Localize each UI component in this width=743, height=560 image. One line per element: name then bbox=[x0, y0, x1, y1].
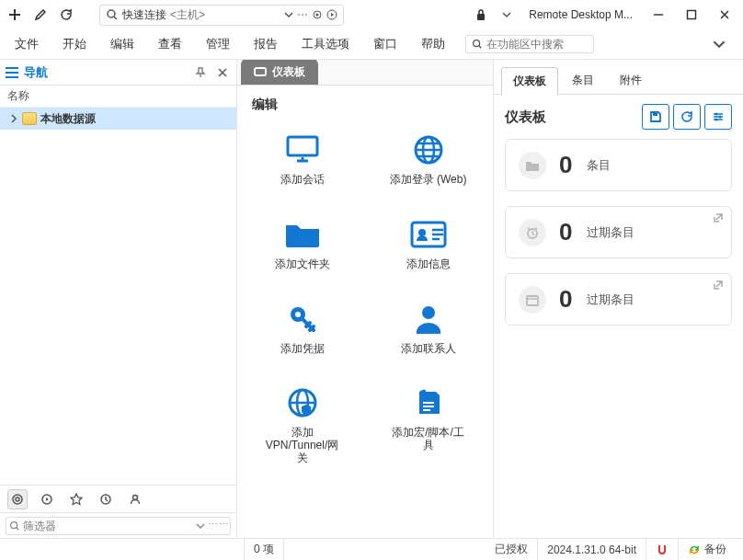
host-input[interactable] bbox=[170, 8, 280, 21]
chevron-down-icon[interactable] bbox=[284, 10, 293, 19]
menu-report[interactable]: 报告 bbox=[250, 32, 281, 56]
svg-point-28 bbox=[715, 113, 718, 116]
chevron-down-icon[interactable] bbox=[196, 521, 205, 531]
tile-label: 添加文件夹 bbox=[275, 258, 330, 271]
nav-title: 导航 bbox=[24, 64, 187, 81]
maximize-button[interactable] bbox=[677, 4, 706, 26]
svg-point-22 bbox=[295, 312, 301, 317]
right-tab-attachments[interactable]: 附件 bbox=[608, 66, 654, 95]
card-count: 0 bbox=[559, 151, 572, 179]
tile-add-contact[interactable]: 添加联系人 bbox=[371, 297, 486, 360]
popout-icon[interactable] bbox=[713, 280, 724, 291]
tile-add-session[interactable]: 添加会话 bbox=[245, 128, 360, 190]
tile-label: 添加宏/脚本/工具 bbox=[387, 427, 470, 452]
popout-icon[interactable] bbox=[713, 212, 724, 223]
menu-tools[interactable]: 工具选项 bbox=[298, 32, 353, 56]
menu-start[interactable]: 开始 bbox=[59, 32, 90, 56]
save-button[interactable] bbox=[642, 104, 669, 130]
tile-add-folder[interactable]: 添加文件夹 bbox=[245, 212, 360, 275]
ribbon-search[interactable] bbox=[465, 35, 594, 53]
tile-add-macro[interactable]: 添加宏/脚本/工具 bbox=[371, 381, 486, 468]
main-area: 导航 名称 本地数据源 ⋯ ⋯ bbox=[0, 59, 743, 538]
edit-icon[interactable] bbox=[29, 4, 51, 26]
menu-view[interactable]: 查看 bbox=[154, 32, 186, 56]
idcard-icon bbox=[410, 216, 447, 253]
tile-grid: 添加会话 添加登录 (Web) 添加文件夹 添加信息 添加凭据 添加联系人 bbox=[237, 124, 493, 538]
svg-point-6 bbox=[474, 40, 480, 47]
menu-edit[interactable]: 编辑 bbox=[107, 32, 138, 56]
nav-column-header[interactable]: 名称 bbox=[0, 86, 236, 108]
collapse-ribbon-icon[interactable] bbox=[706, 33, 732, 55]
edit-heading: 编辑 bbox=[237, 86, 493, 124]
card-expired-1[interactable]: 0 过期条目 bbox=[505, 206, 732, 258]
status-version: 2024.1.31.0 64-bit bbox=[538, 539, 646, 560]
svg-point-2 bbox=[316, 14, 319, 17]
more-icon[interactable]: ⋯ bbox=[208, 519, 218, 531]
menu-manage[interactable]: 管理 bbox=[202, 32, 234, 56]
refresh-button[interactable] bbox=[673, 104, 701, 130]
lock-icon[interactable] bbox=[470, 4, 492, 26]
close-button[interactable] bbox=[710, 4, 739, 26]
nav-header: 导航 bbox=[0, 60, 236, 86]
tile-label: 添加登录 (Web) bbox=[390, 174, 467, 187]
tab-dashboard[interactable]: 仪表板 bbox=[241, 59, 318, 85]
svg-point-30 bbox=[715, 119, 718, 121]
refresh-icon[interactable] bbox=[55, 4, 77, 26]
svg-point-10 bbox=[13, 495, 22, 504]
menu-bar: 文件 开始 编辑 查看 管理 报告 工具选项 窗口 帮助 bbox=[0, 29, 743, 59]
tile-add-login-web[interactable]: 添加登录 (Web) bbox=[371, 128, 486, 190]
right-tab-entries[interactable]: 条目 bbox=[560, 66, 606, 95]
chevron-down-icon[interactable] bbox=[496, 4, 518, 26]
sidebar-tab-star[interactable] bbox=[66, 489, 86, 509]
svg-rect-27 bbox=[653, 112, 657, 116]
right-tab-dashboard[interactable]: 仪表板 bbox=[501, 67, 558, 96]
tile-add-credential[interactable]: 添加凭据 bbox=[245, 297, 360, 360]
card-expired-2[interactable]: 0 过期条目 bbox=[505, 273, 732, 326]
title-bar: 快速连接 ⋯ Remote Desktop M... bbox=[0, 0, 743, 29]
tile-add-info[interactable]: 添加信息 bbox=[371, 212, 486, 275]
status-magnet-icon[interactable] bbox=[646, 539, 679, 560]
status-backup[interactable]: 备份 bbox=[679, 539, 736, 560]
new-icon[interactable] bbox=[4, 4, 26, 26]
tab-dashboard-label: 仪表板 bbox=[272, 64, 305, 80]
svg-point-23 bbox=[422, 306, 435, 319]
svg-rect-16 bbox=[288, 137, 317, 155]
menu-window[interactable]: 窗口 bbox=[370, 32, 401, 56]
sidebar-tab-user[interactable] bbox=[125, 489, 145, 509]
sidebar-tab-history[interactable] bbox=[96, 489, 116, 509]
quick-connect-box[interactable]: 快速连接 ⋯ bbox=[99, 5, 344, 26]
close-panel-icon[interactable] bbox=[214, 64, 231, 81]
folder-mini-icon bbox=[519, 152, 546, 179]
search-icon bbox=[106, 8, 119, 21]
right-panel: 仪表板 条目 附件 仪表板 0 条目 0 过期 bbox=[493, 60, 743, 538]
folder-icon bbox=[22, 112, 37, 125]
status-items: 0 项 bbox=[245, 539, 284, 560]
more-icon[interactable]: ⋯ bbox=[297, 8, 308, 21]
right-body: 仪表板 0 条目 0 过期条目 0 bbox=[494, 95, 743, 349]
more-icon[interactable]: ⋯ bbox=[219, 519, 229, 531]
play-icon[interactable] bbox=[326, 9, 337, 20]
dashboard-header: 仪表板 bbox=[505, 104, 732, 130]
card-count: 0 bbox=[559, 218, 572, 246]
collapse-icon[interactable] bbox=[9, 114, 18, 123]
settings-button[interactable] bbox=[704, 104, 732, 130]
menu-help[interactable]: 帮助 bbox=[417, 32, 449, 56]
tile-add-vpn[interactable]: 添加 VPN/Tunnel/网关 bbox=[245, 381, 360, 468]
clock-mini-icon bbox=[519, 219, 546, 246]
nav-tree[interactable]: 本地数据源 bbox=[0, 108, 236, 485]
ribbon-search-input[interactable] bbox=[486, 38, 588, 51]
svg-point-11 bbox=[16, 497, 19, 501]
pin-icon[interactable] bbox=[192, 64, 209, 81]
minimize-button[interactable] bbox=[644, 4, 673, 26]
target-icon[interactable] bbox=[312, 9, 323, 20]
tree-root-label: 本地数据源 bbox=[40, 111, 96, 127]
status-backup-label: 备份 bbox=[704, 542, 726, 557]
sync-icon bbox=[688, 543, 701, 556]
svg-point-29 bbox=[719, 116, 722, 119]
tree-root-item[interactable]: 本地数据源 bbox=[0, 108, 236, 130]
sidebar-tab-play[interactable] bbox=[37, 489, 57, 509]
tile-label: 添加会话 bbox=[280, 174, 325, 187]
menu-file[interactable]: 文件 bbox=[11, 32, 42, 56]
sidebar-tab-gear[interactable] bbox=[7, 489, 28, 509]
card-entries[interactable]: 0 条目 bbox=[505, 139, 732, 191]
